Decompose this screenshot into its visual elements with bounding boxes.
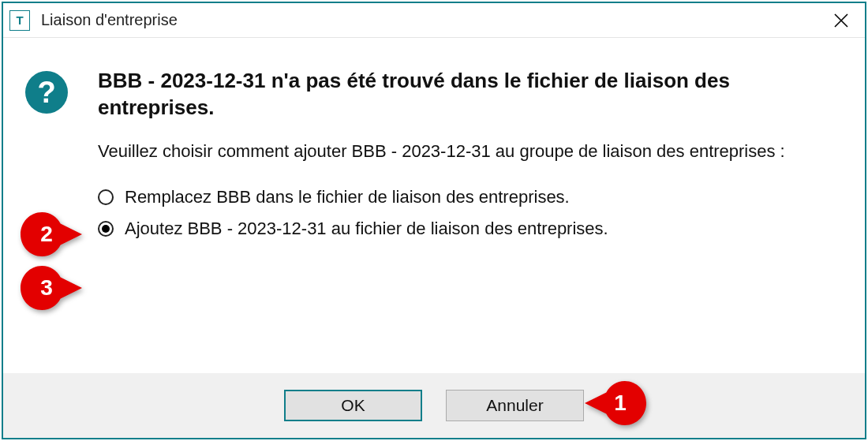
option-add-label: Ajoutez BBB - 2023-12-31 au fichier de l… (125, 219, 608, 239)
option-add[interactable]: Ajoutez BBB - 2023-12-31 au fichier de l… (98, 219, 841, 239)
radio-add[interactable] (98, 221, 114, 237)
window-title: Liaison d'entreprise (41, 11, 178, 29)
option-replace-label: Remplacez BBB dans le fichier de liaison… (125, 187, 570, 207)
dialog-subtext: Veuillez choisir comment ajouter BBB - 2… (98, 139, 808, 164)
dialog-window: T Liaison d'entreprise ? BBB - 2023-12-3… (2, 2, 866, 439)
close-icon (833, 13, 849, 28)
question-icon: ? (25, 71, 68, 114)
app-icon: T (9, 10, 30, 31)
close-button[interactable] (817, 3, 865, 38)
dialog-footer: OK Annuler (3, 373, 865, 438)
dialog-body: BBB - 2023-12-31 n'a pas été trouvé dans… (98, 68, 841, 365)
ok-button[interactable]: OK (284, 390, 422, 421)
cancel-button[interactable]: Annuler (446, 390, 584, 421)
dialog-content: ? BBB - 2023-12-31 n'a pas été trouvé da… (3, 38, 865, 373)
radio-replace[interactable] (98, 189, 114, 205)
option-replace[interactable]: Remplacez BBB dans le fichier de liaison… (98, 187, 841, 207)
titlebar: T Liaison d'entreprise (3, 3, 865, 38)
dialog-heading: BBB - 2023-12-31 n'a pas été trouvé dans… (98, 68, 808, 121)
app-icon-letter: T (16, 13, 23, 27)
